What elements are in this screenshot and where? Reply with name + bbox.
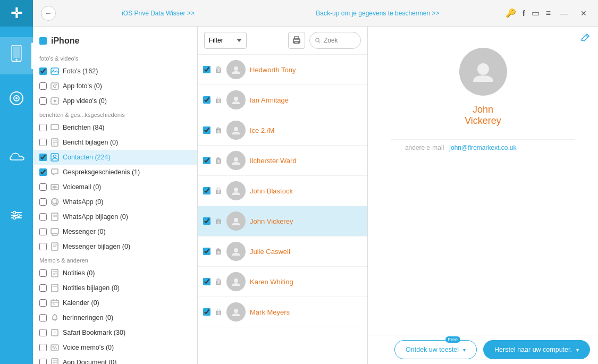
facebook-icon[interactable]: f (523, 9, 525, 18)
tree-item-appdocument[interactable]: App Document (0) (33, 355, 197, 364)
contact-checkbox[interactable] (203, 96, 210, 104)
tree-item-fotos[interactable]: Foto's (162) (33, 64, 197, 79)
checkbox-appfotos[interactable] (39, 82, 47, 90)
section-label-media: foto's & video's (33, 52, 197, 64)
contact-delete-icon[interactable]: 🗑 (215, 277, 222, 286)
sidebar-item-music[interactable] (0, 80, 33, 117)
edit-button[interactable] (580, 33, 590, 45)
checkbox-appdocument[interactable] (39, 359, 47, 364)
checkbox-contacten[interactable] (39, 154, 47, 161)
contact-checkbox[interactable] (203, 126, 210, 134)
checkbox-messengerbijlagen[interactable] (39, 243, 47, 250)
tree-item-berichtbijlagen[interactable]: Bericht bijlagen (0) (33, 135, 197, 150)
search-input[interactable] (324, 37, 355, 44)
avatar-placeholder-icon (231, 246, 241, 257)
checkbox-voicememo[interactable] (39, 344, 47, 351)
list-toolbar: Filter (198, 27, 367, 55)
filter-select[interactable]: Filter (204, 32, 247, 49)
contact-delete-icon[interactable]: 🗑 (215, 65, 222, 74)
contact-delete-icon[interactable]: 🗑 (215, 308, 222, 316)
search-box[interactable] (309, 32, 361, 49)
checkbox-herinneringen[interactable] (39, 314, 47, 321)
contact-checkbox[interactable] (203, 308, 210, 316)
tree-item-berichten[interactable]: Berichten (84) (33, 120, 197, 135)
tree-item-voicemail[interactable]: Voicemail (0) (33, 180, 197, 194)
notities-icon (50, 268, 60, 278)
tree-item-whatsappbijlagen[interactable]: WhatsApp bijlagen (0) (33, 209, 197, 224)
checkbox-appvideos[interactable] (39, 97, 47, 105)
discover-dropdown-arrow[interactable]: ▾ (463, 347, 466, 353)
contact-checkbox[interactable] (203, 248, 210, 255)
list-item[interactable]: 🗑 Julie Caswell (198, 236, 367, 267)
list-item[interactable]: 🗑 Mark Meyers (198, 297, 367, 327)
checkbox-notities[interactable] (39, 269, 47, 277)
contact-name: Ice 2./M (250, 126, 274, 134)
ios-data-link[interactable]: iOS Privé Data Wisser >> (122, 10, 195, 17)
checkbox-notitiesbijlagen[interactable] (39, 284, 47, 292)
restore-computer-button[interactable]: Herstel naar uw computer. ▾ (483, 340, 590, 359)
contact-checkbox[interactable] (203, 157, 210, 164)
tree-item-messenger[interactable]: Messenger (0) (33, 224, 197, 239)
dialog-icon[interactable]: ▭ (532, 8, 540, 18)
svg-rect-49 (51, 300, 58, 307)
sidebar-item-tools[interactable] (0, 197, 33, 234)
tree-item-contacten[interactable]: Contacten (224) (33, 150, 197, 165)
contact-delete-icon[interactable]: 🗑 (215, 96, 222, 104)
tree-item-gespreks[interactable]: Gespreksgeschiedenis (1) (33, 165, 197, 180)
voicemail-icon (50, 182, 60, 192)
back-button[interactable]: ← (41, 6, 56, 21)
checkbox-whatsappbijlagen[interactable] (39, 213, 47, 221)
svg-line-62 (56, 348, 57, 349)
discover-device-button[interactable]: Free Ontdek uw toestel ▾ (394, 340, 477, 359)
svg-rect-14 (51, 83, 58, 89)
list-item[interactable]: 🗑 Ilcherster Ward (198, 146, 367, 176)
menu-icon[interactable]: ≡ (546, 9, 551, 18)
close-button[interactable]: ✕ (577, 8, 590, 19)
list-item[interactable]: 🗑 Karen Whiting (198, 267, 367, 297)
sidebar-item-cloud[interactable] (0, 138, 33, 175)
list-item[interactable]: 🗑 Ice 2./M (198, 115, 367, 146)
restore-dropdown-arrow[interactable]: ▾ (576, 347, 579, 353)
checkbox-berichtbijlagen[interactable] (39, 139, 47, 146)
sidebar-item-phone[interactable] (0, 37, 33, 74)
print-button[interactable] (288, 32, 305, 49)
contact-checkbox[interactable] (203, 278, 210, 285)
tree-item-whatsapp[interactable]: WhatsApp (0) (33, 194, 197, 209)
key-icon[interactable]: 🔑 (506, 8, 516, 18)
contact-delete-icon[interactable]: 🗑 (215, 187, 222, 195)
contact-delete-icon[interactable]: 🗑 (215, 247, 222, 256)
contact-delete-icon[interactable]: 🗑 (215, 217, 222, 225)
contact-delete-icon[interactable]: 🗑 (215, 156, 222, 165)
tree-item-kalender[interactable]: 6 Kalender (0) (33, 295, 197, 310)
list-item[interactable]: 🗑 Hedworth Tony (198, 55, 367, 85)
checkbox-fotos[interactable] (39, 67, 47, 75)
fotos-label: Foto's (162) (63, 67, 193, 75)
tree-item-herinneringen[interactable]: herinneringen (0) (33, 310, 197, 325)
checkbox-berichten[interactable] (39, 124, 47, 131)
contact-checkbox[interactable] (203, 66, 210, 73)
checkbox-safari[interactable] (39, 329, 47, 336)
checkbox-voicemail[interactable] (39, 183, 47, 191)
contact-checkbox[interactable] (203, 187, 210, 194)
tree-item-notitiesbijlagen[interactable]: Notities bijlagen (0) (33, 281, 197, 295)
tree-item-messengerbijlagen[interactable]: Messenger bijlagen (0) (33, 239, 197, 254)
tree-item-appvideos[interactable]: App video's (0) (33, 94, 197, 108)
tree-item-appfotos[interactable]: App foto's (0) (33, 79, 197, 94)
tree-item-safari[interactable]: Safari Bookmark (30) (33, 325, 197, 340)
list-item[interactable]: 🗑 Ian Armitage (198, 85, 367, 115)
list-item[interactable]: 🗑 John Vickerey (198, 206, 367, 236)
list-item[interactable]: 🗑 John Blastock (198, 176, 367, 206)
contact-delete-icon[interactable]: 🗑 (215, 126, 222, 134)
tree-item-notities[interactable]: Notities (0) (33, 266, 197, 281)
tree-item-voicememo[interactable]: Voice memo's (0) (33, 340, 197, 355)
contact-list-scroll[interactable]: 🗑 Hedworth Tony 🗑 Ian Armitage 🗑 (198, 55, 367, 364)
backup-link[interactable]: Back-up om je gegevens te beschermen >> (316, 10, 439, 17)
contact-checkbox[interactable] (203, 217, 210, 225)
checkbox-whatsapp[interactable] (39, 198, 47, 206)
minimize-button[interactable]: — (557, 8, 571, 19)
checkbox-kalender[interactable] (39, 299, 47, 307)
contact-avatar (226, 121, 246, 140)
checkbox-gespreks[interactable] (39, 168, 47, 176)
checkbox-messenger[interactable] (39, 228, 47, 235)
print-icon (292, 36, 301, 45)
